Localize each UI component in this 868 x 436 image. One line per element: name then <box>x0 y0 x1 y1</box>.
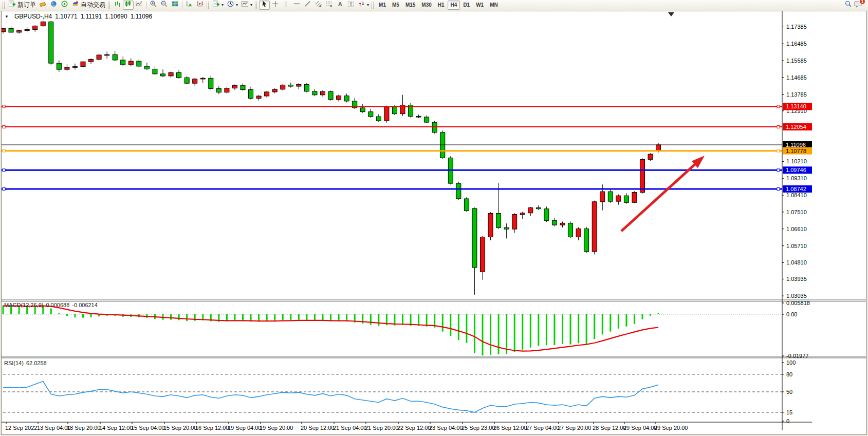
candle-up <box>337 96 341 100</box>
price-tick-label: 1.03035 <box>786 293 807 299</box>
period-clock-button[interactable]: ▾ <box>225 1 239 10</box>
chart-shift-button[interactable] <box>195 1 206 10</box>
zoom-in-icon <box>150 0 157 10</box>
toolbar-grip <box>255 2 257 9</box>
ohlc-close: 1.11096 <box>131 13 153 20</box>
time-tick-label: 25 Sep 23:00 <box>461 425 495 431</box>
chart-shift-marker-icon[interactable] <box>668 12 674 16</box>
line-anchor-handle[interactable] <box>3 187 5 190</box>
candle-up <box>1 29 6 32</box>
ohlc-open: 1.10771 <box>55 13 77 20</box>
candle-down <box>472 208 477 268</box>
equidistant-channel-tool-button[interactable]: E <box>313 1 324 10</box>
candle-down <box>456 183 461 199</box>
price-tag-label: 1.10778 <box>786 148 806 154</box>
candle-up <box>648 154 653 159</box>
line-chart-button[interactable] <box>134 1 144 10</box>
dropdown-caret-icon: ▾ <box>221 3 224 7</box>
notifications-button[interactable]: 1 <box>854 0 862 10</box>
timeframe-button-mn[interactable]: MN <box>487 1 501 10</box>
vertical-line-tool-button[interactable] <box>281 1 291 10</box>
toolbar-grip <box>108 2 110 9</box>
new-order-label: 新订单 <box>17 1 36 9</box>
candle-up <box>105 54 109 55</box>
horizontal-line-tool-button[interactable] <box>291 1 302 10</box>
price-tick-label: 1.07510 <box>786 209 807 215</box>
line-anchor-handle[interactable] <box>3 126 5 128</box>
tile-windows-button[interactable] <box>170 1 180 10</box>
time-tick-label: 15 Sep 20:00 <box>163 425 197 431</box>
rsi-tick-label: 80 <box>786 371 792 377</box>
timeframe-button-m15[interactable]: M15 <box>402 1 418 10</box>
time-tick-label: 13 Sep 20:00 <box>67 425 100 431</box>
macd-tick-label: 0.005818 <box>786 300 810 306</box>
ohlc-high: 1.11191 <box>81 13 102 20</box>
candlestick-chart-button[interactable] <box>123 1 134 10</box>
candle-up <box>232 85 237 88</box>
rsi-tick-label: 50 <box>786 389 792 395</box>
arrows-tool-button[interactable]: ▾ <box>356 1 371 10</box>
bar-chart-button[interactable] <box>112 1 123 10</box>
line-anchor-handle[interactable] <box>777 169 780 172</box>
candle-up <box>169 72 173 76</box>
zoom-out-button[interactable] <box>159 1 170 10</box>
timeframe-button-h4[interactable]: H4 <box>448 1 460 10</box>
macd-tick-label: 0.00 <box>786 311 797 317</box>
time-tick-label: 23 Sep 04:00 <box>429 425 463 431</box>
line-anchor-handle[interactable] <box>3 169 5 172</box>
time-tick-label: 19 Sep 20:00 <box>260 425 293 431</box>
auto-scroll-icon <box>186 0 193 10</box>
timeframe-button-m1[interactable]: M1 <box>376 1 389 10</box>
cursor-icon <box>261 0 268 10</box>
chart-template-button[interactable]: ▾ <box>239 1 254 10</box>
vertical-line-icon <box>282 0 290 10</box>
timeframe-button-m5[interactable]: M5 <box>389 1 402 10</box>
fibonacci-tool-button[interactable]: F <box>324 1 335 10</box>
auto-trading-button[interactable]: 自动交易 <box>70 1 107 10</box>
chart-shift-icon <box>196 0 204 10</box>
timeframe-button-d1[interactable]: D1 <box>460 1 473 10</box>
trendline-tool-button[interactable] <box>302 1 313 10</box>
line-anchor-handle[interactable] <box>3 149 5 152</box>
price-tag-label: 1.08742 <box>786 186 806 192</box>
new-chart-button[interactable]: ▾ <box>211 1 225 10</box>
candle-down <box>344 96 349 101</box>
community-button[interactable] <box>48 1 59 10</box>
candle-down <box>328 91 333 99</box>
timeframe-button-w1[interactable]: W1 <box>473 1 487 10</box>
horizontal-line-icon <box>293 0 301 10</box>
text-box-tool-button[interactable]: T <box>345 1 356 10</box>
news-sound-button[interactable] <box>59 1 70 10</box>
time-tick-label: 21 Sep 04:00 <box>333 425 366 431</box>
cursor-tool-button[interactable] <box>259 1 270 10</box>
line-anchor-handle[interactable] <box>777 187 780 190</box>
text-label-tool-button[interactable]: A <box>335 1 345 10</box>
line-anchor-handle[interactable] <box>3 105 5 108</box>
new-order-button[interactable]: 新订单 <box>7 1 38 10</box>
crosshair-tool-button[interactable] <box>270 1 281 10</box>
price-tick-label: 1.16485 <box>786 41 807 47</box>
zoom-in-button[interactable] <box>148 1 159 10</box>
search-button[interactable] <box>843 1 854 10</box>
macd-signal-line <box>3 306 658 351</box>
candle-up <box>81 62 85 66</box>
candles-layer <box>1 21 661 295</box>
time-tick-label: 29 Sep 20:00 <box>654 425 688 431</box>
candle-down <box>416 116 421 117</box>
timeframe-button-m30[interactable]: M30 <box>418 1 434 10</box>
candle-down <box>209 78 213 88</box>
toolbar-grip <box>207 2 209 9</box>
candle-up <box>560 223 565 225</box>
candle-down <box>304 84 309 91</box>
line-anchor-handle[interactable] <box>777 105 780 108</box>
timeframe-button-h1[interactable]: H1 <box>435 1 448 10</box>
arrows-icon <box>358 0 365 10</box>
candle-up <box>656 145 661 151</box>
candle-up <box>33 26 38 29</box>
line-anchor-handle[interactable] <box>777 149 780 152</box>
eraser-button[interactable] <box>38 1 48 10</box>
time-tick-label: 29 Sep 04:00 <box>623 425 657 431</box>
symbol-period: GBPUSD-,H4 <box>14 13 52 20</box>
auto-scroll-button[interactable] <box>184 1 195 10</box>
line-anchor-handle[interactable] <box>777 126 780 128</box>
